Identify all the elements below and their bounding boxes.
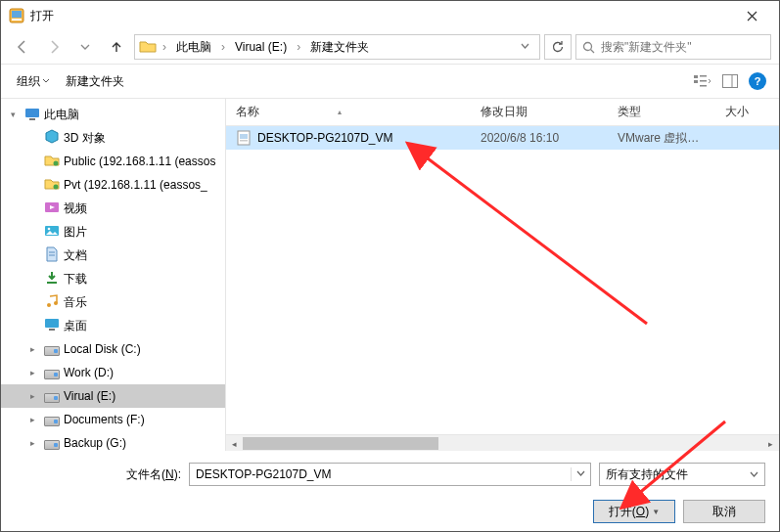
close-button[interactable] xyxy=(732,1,771,30)
this-pc-icon xyxy=(24,107,40,122)
filename-dropdown[interactable] xyxy=(571,467,590,481)
nav-recent-button[interactable] xyxy=(71,33,99,61)
tree-label: Work (D:) xyxy=(64,366,114,379)
file-type: VMware 虚拟机... xyxy=(608,130,715,147)
chevron-down-icon xyxy=(80,42,90,52)
scroll-thumb[interactable] xyxy=(243,437,438,450)
tree-item[interactable]: ▸Backup (G:) xyxy=(1,431,225,451)
tree-item[interactable]: Public (192.168.1.11 (eassos xyxy=(1,150,225,173)
tree-item[interactable]: 音乐 xyxy=(1,290,225,314)
refresh-icon xyxy=(551,40,565,54)
help-button[interactable]: ? xyxy=(746,69,769,93)
nav-up-button[interactable] xyxy=(103,33,130,61)
filename-input[interactable] xyxy=(190,467,571,481)
sort-asc-icon: ▴ xyxy=(338,108,342,116)
nav-tree[interactable]: ▾ 此电脑 3D 对象Public (192.168.1.11 (eassosP… xyxy=(1,99,226,451)
tree-item[interactable]: ▸Virual (E:) xyxy=(1,384,225,408)
caret-right-icon: ▸ xyxy=(30,344,40,354)
caret-right-icon: ▸ xyxy=(30,368,40,377)
svg-point-3 xyxy=(584,42,592,50)
tree-item[interactable]: 文档 xyxy=(1,244,225,267)
nav-row: › 此电脑 › Virual (E:) › 新建文件夹 xyxy=(1,30,779,64)
svg-point-18 xyxy=(48,227,51,230)
column-name[interactable]: 名称 ▴ xyxy=(226,104,471,120)
file-date: 2020/6/8 16:10 xyxy=(471,131,608,145)
tree-item[interactable]: Pvt (192.168.1.11 (eassos_ xyxy=(1,173,225,197)
svg-rect-27 xyxy=(240,134,248,139)
tree-root-thispc[interactable]: ▾ 此电脑 xyxy=(1,103,225,126)
file-list[interactable]: DESKTOP-PG2107D_VM2020/6/8 16:10VMware 虚… xyxy=(226,126,779,434)
body: ▾ 此电脑 3D 对象Public (192.168.1.11 (eassosP… xyxy=(1,99,779,451)
tree-item[interactable]: 下载 xyxy=(1,267,225,290)
search-box[interactable] xyxy=(575,34,771,60)
caret-right-icon: ▸ xyxy=(30,391,40,401)
folder-icon xyxy=(139,38,157,56)
tree-item[interactable]: ▸Documents (F:) xyxy=(1,408,225,431)
tree-label: Virual (E:) xyxy=(64,389,115,403)
organize-button[interactable]: 组织 xyxy=(11,69,56,94)
svg-rect-10 xyxy=(723,75,738,88)
arrow-right-icon xyxy=(46,39,62,55)
tree-item[interactable]: ▸Work (D:) xyxy=(1,361,225,384)
chevron-right-icon: › xyxy=(295,40,302,54)
tree-label: Pvt (192.168.1.11 (eassos_ xyxy=(64,178,207,192)
cancel-label: 取消 xyxy=(712,504,736,520)
column-modified[interactable]: 修改日期 xyxy=(471,104,608,120)
refresh-button[interactable] xyxy=(544,34,572,60)
nav-forward-button[interactable] xyxy=(40,33,68,61)
svg-rect-9 xyxy=(700,85,707,87)
breadcrumb-item[interactable]: 此电脑 xyxy=(172,37,215,58)
tree-label: Backup (G:) xyxy=(64,436,126,450)
filename-combobox[interactable] xyxy=(189,463,591,486)
breadcrumb-item[interactable]: 新建文件夹 xyxy=(306,37,373,58)
svg-rect-21 xyxy=(47,282,57,284)
column-type[interactable]: 类型 xyxy=(608,104,715,120)
disk-icon xyxy=(44,437,60,450)
svg-rect-28 xyxy=(240,140,248,142)
disk-icon xyxy=(44,390,60,403)
address-dropdown[interactable] xyxy=(515,40,535,54)
column-size[interactable]: 大小 xyxy=(715,104,779,120)
nav-back-button[interactable] xyxy=(9,33,36,61)
tree-item[interactable]: ▸Local Disk (C:) xyxy=(1,337,225,361)
tree-item[interactable]: 桌面 xyxy=(1,314,225,337)
caret-down-icon: ▾ xyxy=(11,110,21,119)
view-options-icon xyxy=(694,74,711,88)
cancel-button[interactable]: 取消 xyxy=(683,500,765,523)
tree-label: 桌面 xyxy=(64,318,87,334)
svg-point-14 xyxy=(54,160,59,165)
svg-line-4 xyxy=(591,49,595,53)
open-button[interactable]: 打开(O) ▼ xyxy=(593,500,675,523)
column-name-label: 名称 xyxy=(236,104,259,120)
netfolder-icon xyxy=(44,153,60,171)
file-row[interactable]: DESKTOP-PG2107D_VM2020/6/8 16:10VMware 虚… xyxy=(226,126,779,150)
svg-rect-6 xyxy=(694,80,698,83)
search-icon xyxy=(582,41,595,54)
tree-item[interactable]: 图片 xyxy=(1,220,225,244)
filetype-dropdown[interactable]: 所有支持的文件 xyxy=(599,463,765,486)
tree-label: 此电脑 xyxy=(44,107,79,123)
new-folder-button[interactable]: 新建文件夹 xyxy=(60,69,130,94)
view-options-button[interactable] xyxy=(691,69,714,93)
horizontal-scrollbar[interactable]: ◂ ▸ xyxy=(226,434,779,451)
3d-icon xyxy=(44,129,60,148)
chevron-down-icon xyxy=(576,469,585,478)
disk-icon xyxy=(44,367,60,379)
music-icon xyxy=(44,293,60,312)
downloads-icon xyxy=(44,270,60,288)
tree-item[interactable]: 视频 xyxy=(1,197,225,220)
scroll-left-button[interactable]: ◂ xyxy=(226,435,243,451)
chevron-right-icon: › xyxy=(219,40,227,54)
footer: 文件名(N): 所有支持的文件 打开(O) ▼ 取消 xyxy=(1,451,779,532)
preview-pane-button[interactable] xyxy=(718,69,742,93)
disk-icon xyxy=(44,414,60,426)
scroll-right-button[interactable]: ▸ xyxy=(762,435,779,451)
title-bar: 打开 xyxy=(1,1,779,30)
breadcrumb-item[interactable]: Virual (E:) xyxy=(231,38,291,56)
svg-rect-8 xyxy=(700,80,707,82)
address-bar[interactable]: › 此电脑 › Virual (E:) › 新建文件夹 xyxy=(134,34,540,60)
search-input[interactable] xyxy=(601,40,764,54)
tree-item[interactable]: 3D 对象 xyxy=(1,126,225,150)
tree-label: 音乐 xyxy=(64,294,87,311)
column-headers: 名称 ▴ 修改日期 类型 大小 xyxy=(226,99,779,126)
